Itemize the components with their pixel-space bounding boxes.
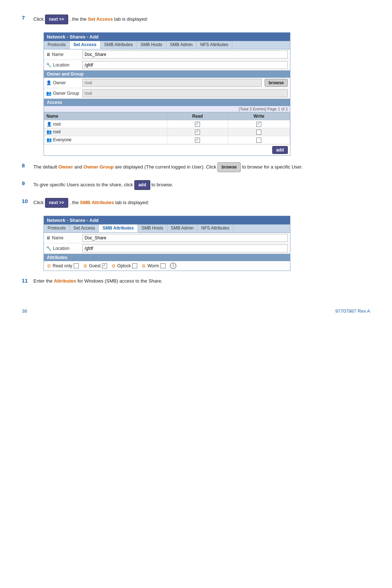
attr-worm: ⚙ Worm <box>142 263 166 269</box>
read-only-label: Read only <box>53 263 72 268</box>
access-person-icon-1: 👤 <box>46 122 52 127</box>
browse-button[interactable]: browse <box>265 79 288 87</box>
step-10-text-end: tab is displayed: <box>115 200 149 205</box>
owner-field-row: 👤 Owner browse <box>44 78 290 88</box>
oplock-label: Oplock <box>117 263 131 268</box>
tab-smb-admin[interactable]: SMB Admin <box>166 41 197 49</box>
tab-set-access[interactable]: Set Access <box>70 41 101 49</box>
access-section-header: Access <box>44 99 290 106</box>
read-checkbox-1[interactable] <box>195 122 200 127</box>
access-write-3[interactable] <box>228 136 290 144</box>
location-label: 🔧 Location <box>46 62 82 68</box>
tab-protocols[interactable]: Protocols <box>44 41 70 49</box>
write-checkbox-2[interactable] <box>256 130 261 135</box>
add-button[interactable]: add <box>272 146 288 154</box>
name-input[interactable] <box>82 50 288 58</box>
step-10-text-before: Click <box>33 200 45 205</box>
name-icon-2: 🖥 <box>46 235 50 240</box>
location-input-2[interactable] <box>82 244 288 252</box>
panel-set-access: Network - Shares - Add Protocols Set Acc… <box>44 32 290 155</box>
name-field-row-2: 🖥 Name <box>44 233 290 243</box>
step-8-row: 8 The default Owner and Owner Group are … <box>22 162 370 174</box>
owner-group-input[interactable] <box>82 89 288 97</box>
info-icon[interactable]: i <box>170 263 176 269</box>
guest-icon: ⚙ <box>83 263 87 269</box>
step-7-content: Click next >> , the the Set Access tab i… <box>33 15 370 26</box>
tab2-smb-attributes[interactable]: SMB Attributes <box>99 224 138 232</box>
step-7-num: 7 <box>22 15 33 21</box>
doc-reference: 97707987 Rev A <box>335 308 370 314</box>
access-row-2: 👥 root <box>44 128 290 136</box>
step-8-and: and <box>74 164 83 170</box>
step-7-text-before: Click <box>33 16 44 22</box>
tab2-nfs-attributes[interactable]: NFS Attributes <box>197 224 233 232</box>
step-8-owner-group: Owner Group <box>83 164 114 170</box>
step-11-content: Enter the Attributes for Windows (SMB) a… <box>33 277 370 287</box>
step-8-text4: to browse for a specific User. <box>242 164 303 170</box>
location-field-row-2: 🔧 Location <box>44 243 290 254</box>
access-group-icon-3: 👥 <box>46 137 52 142</box>
owner-group-icon: 👥 <box>46 91 52 96</box>
col-name: Name <box>44 113 167 120</box>
tab2-set-access[interactable]: Set Access <box>70 224 99 232</box>
name-icon: 🖥 <box>46 52 50 57</box>
tab2-protocols[interactable]: Protocols <box>44 224 70 232</box>
tab-nfs-attributes[interactable]: NFS Attributes <box>197 41 232 49</box>
access-name-3: 👥 Everyone <box>44 136 167 144</box>
location-icon-2: 🔧 <box>46 246 52 251</box>
worm-label: Worm <box>147 263 159 268</box>
step-9-num: 9 <box>22 180 33 186</box>
access-read-2[interactable] <box>167 128 228 136</box>
step-8-browse-btn[interactable]: browse <box>217 162 241 172</box>
guest-checkbox[interactable] <box>102 263 107 268</box>
tab2-smb-hosts[interactable]: SMB Hosts <box>138 224 167 232</box>
tab-smb-hosts[interactable]: SMB Hosts <box>137 41 166 49</box>
location-label-2: 🔧 Location <box>46 246 82 251</box>
owner-label: 👤 Owner <box>46 80 82 85</box>
name-field-row: 🖥 Name <box>44 49 290 60</box>
step-8-text: The default <box>33 164 58 170</box>
step-9-text2: to browse. <box>151 182 173 187</box>
page-footer: 38 97707987 Rev A <box>22 308 370 314</box>
name-label-2: 🖥 Name <box>46 235 82 240</box>
step-10-content: Click next >> , the SMB Attributes tab i… <box>33 198 370 209</box>
step-10-num: 10 <box>22 198 33 204</box>
access-group-icon-2: 👥 <box>46 129 52 134</box>
oplock-checkbox[interactable] <box>132 263 137 268</box>
add-row: add <box>44 144 290 155</box>
worm-icon: ⚙ <box>142 263 146 269</box>
step-9-add-btn[interactable]: add <box>134 180 150 190</box>
read-checkbox-2[interactable] <box>195 130 200 135</box>
owner-group-field-row: 👥 Owner Group <box>44 88 290 99</box>
access-name-2: 👥 root <box>44 128 167 136</box>
location-input[interactable] <box>82 61 288 69</box>
access-row-1: 👤 root <box>44 120 290 128</box>
location-icon: 🔧 <box>46 62 52 68</box>
name-label: 🖥 Name <box>46 52 82 57</box>
step-11-text-after: for Windows (SMB) access to the Share. <box>77 278 162 284</box>
step-7-next-btn[interactable]: next >> <box>45 15 68 24</box>
read-only-checkbox[interactable] <box>74 263 79 268</box>
access-read-3[interactable] <box>167 136 228 144</box>
tab2-smb-admin[interactable]: SMB Admin <box>167 224 198 232</box>
access-write-2[interactable] <box>228 128 290 136</box>
worm-checkbox[interactable] <box>160 263 166 268</box>
guest-label: Guest <box>89 263 101 268</box>
step-10-next-btn[interactable]: next >> <box>45 198 68 208</box>
step-9-text: To give specific Users access to the sha… <box>33 182 134 187</box>
attr-read-only: ⚙ Read only <box>47 263 79 269</box>
name-input-2[interactable] <box>82 234 288 242</box>
read-checkbox-3[interactable] <box>195 138 200 143</box>
access-name-1: 👤 root <box>44 120 167 128</box>
panel-2-tab-row: Protocols Set Access SMB Attributes SMB … <box>44 224 290 233</box>
access-read-1[interactable] <box>167 120 228 128</box>
location-field-row: 🔧 Location <box>44 60 290 70</box>
write-checkbox-1[interactable] <box>256 122 261 127</box>
owner-input[interactable] <box>82 79 262 87</box>
step-11-num: 11 <box>22 277 33 284</box>
access-write-1[interactable] <box>228 120 290 128</box>
write-checkbox-3[interactable] <box>256 138 261 143</box>
owner-person-icon: 👤 <box>46 80 52 85</box>
step-10-tab-name: SMB Attributes <box>80 200 114 205</box>
tab-smb-attributes[interactable]: SMB Attributes <box>101 41 137 49</box>
